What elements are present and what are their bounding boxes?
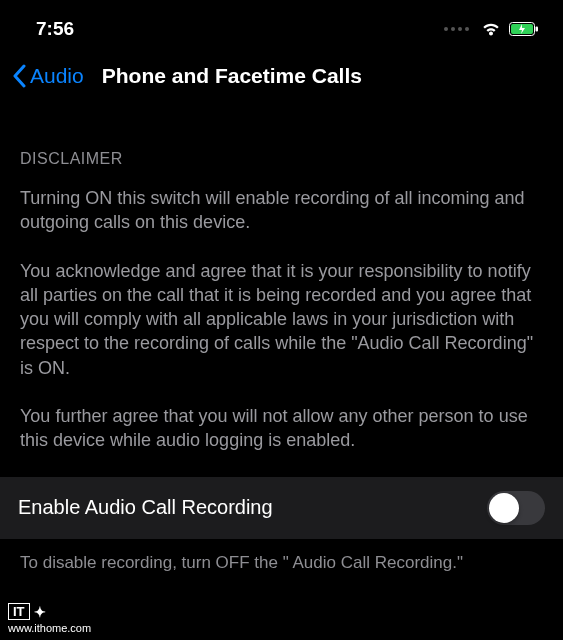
- wifi-icon: [480, 21, 502, 37]
- watermark-url: www.ithome.com: [8, 622, 91, 634]
- back-label: Audio: [30, 64, 84, 88]
- back-button[interactable]: Audio: [12, 64, 84, 88]
- status-time: 7:56: [36, 18, 74, 40]
- enable-recording-toggle[interactable]: [487, 491, 545, 525]
- status-bar: 7:56: [0, 0, 563, 56]
- battery-icon: [509, 22, 539, 37]
- chevron-left-icon: [12, 64, 26, 88]
- footer-hint: To disable recording, turn OFF the " Aud…: [0, 539, 563, 573]
- watermark: IT ✦ www.ithome.com: [8, 603, 91, 634]
- toggle-knob: [489, 493, 519, 523]
- disclaimer-p3: You further agree that you will not allo…: [20, 404, 543, 453]
- svg-rect-2: [536, 26, 539, 31]
- enable-recording-label: Enable Audio Call Recording: [18, 496, 273, 519]
- watermark-deco-icon: ✦: [34, 604, 46, 620]
- watermark-logo-text: IT: [8, 603, 30, 620]
- disclaimer-header: DISCLAIMER: [20, 150, 543, 168]
- cellular-dots-icon: [444, 27, 469, 31]
- disclaimer-p2: You acknowledge and agree that it is you…: [20, 259, 543, 380]
- content-area: DISCLAIMER Turning ON this switch will e…: [0, 106, 563, 453]
- page-title: Phone and Facetime Calls: [102, 64, 362, 88]
- status-icons: [444, 21, 539, 37]
- enable-recording-row: Enable Audio Call Recording: [0, 477, 563, 539]
- nav-bar: Audio Phone and Facetime Calls: [0, 56, 563, 106]
- disclaimer-p1: Turning ON this switch will enable recor…: [20, 186, 543, 235]
